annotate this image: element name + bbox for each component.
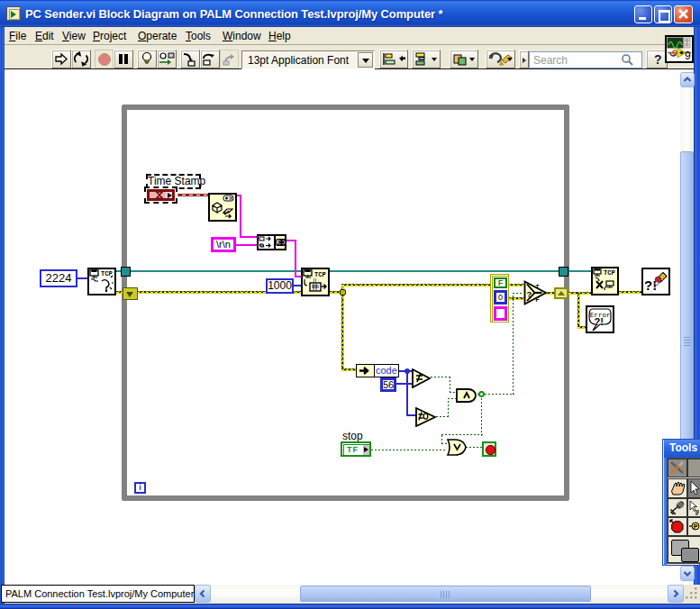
svg-text:T: T (536, 284, 540, 290)
svg-text:F: F (536, 296, 540, 303)
svg-text:TCP: TCP (101, 270, 113, 277)
svg-text:?!: ?! (595, 316, 604, 327)
svg-text:TCP: TCP (604, 269, 615, 277)
svg-text:TCP: TCP (314, 271, 326, 278)
svg-text:?: ? (527, 289, 532, 299)
svg-text:P: P (694, 523, 698, 530)
